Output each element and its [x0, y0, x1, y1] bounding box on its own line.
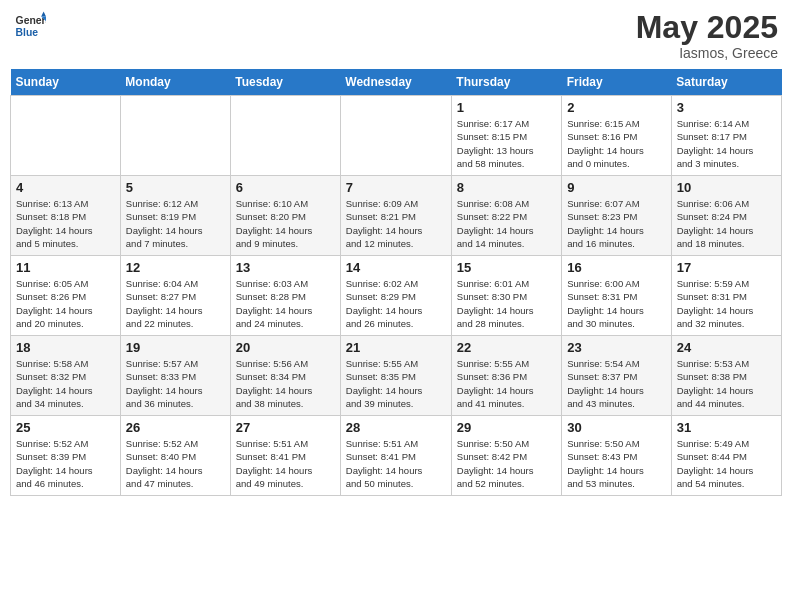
calendar-cell: 6Sunrise: 6:10 AM Sunset: 8:20 PM Daylig… — [230, 176, 340, 256]
day-number: 3 — [677, 100, 776, 115]
day-info: Sunrise: 5:57 AM Sunset: 8:33 PM Dayligh… — [126, 357, 225, 410]
day-number: 21 — [346, 340, 446, 355]
day-info: Sunrise: 6:14 AM Sunset: 8:17 PM Dayligh… — [677, 117, 776, 170]
svg-marker-2 — [41, 12, 46, 17]
calendar-cell: 17Sunrise: 5:59 AM Sunset: 8:31 PM Dayli… — [671, 256, 781, 336]
day-number: 4 — [16, 180, 115, 195]
day-info: Sunrise: 5:50 AM Sunset: 8:43 PM Dayligh… — [567, 437, 666, 490]
month-title: May 2025 — [636, 10, 778, 45]
logo: General Blue — [14, 10, 46, 42]
day-number: 9 — [567, 180, 666, 195]
day-info: Sunrise: 6:15 AM Sunset: 8:16 PM Dayligh… — [567, 117, 666, 170]
calendar-cell: 21Sunrise: 5:55 AM Sunset: 8:35 PM Dayli… — [340, 336, 451, 416]
day-number: 29 — [457, 420, 556, 435]
calendar-cell: 30Sunrise: 5:50 AM Sunset: 8:43 PM Dayli… — [562, 416, 672, 496]
day-number: 10 — [677, 180, 776, 195]
day-info: Sunrise: 5:55 AM Sunset: 8:35 PM Dayligh… — [346, 357, 446, 410]
day-number: 16 — [567, 260, 666, 275]
calendar-table: SundayMondayTuesdayWednesdayThursdayFrid… — [10, 69, 782, 496]
calendar-cell: 31Sunrise: 5:49 AM Sunset: 8:44 PM Dayli… — [671, 416, 781, 496]
day-info: Sunrise: 6:07 AM Sunset: 8:23 PM Dayligh… — [567, 197, 666, 250]
day-number: 8 — [457, 180, 556, 195]
day-info: Sunrise: 6:09 AM Sunset: 8:21 PM Dayligh… — [346, 197, 446, 250]
calendar-week-1: 1Sunrise: 6:17 AM Sunset: 8:15 PM Daylig… — [11, 96, 782, 176]
svg-text:General: General — [16, 15, 46, 26]
calendar-header: SundayMondayTuesdayWednesdayThursdayFrid… — [11, 69, 782, 96]
day-number: 26 — [126, 420, 225, 435]
day-number: 5 — [126, 180, 225, 195]
calendar-cell: 5Sunrise: 6:12 AM Sunset: 8:19 PM Daylig… — [120, 176, 230, 256]
weekday-header-monday: Monday — [120, 69, 230, 96]
calendar-cell: 12Sunrise: 6:04 AM Sunset: 8:27 PM Dayli… — [120, 256, 230, 336]
logo-icon: General Blue — [14, 10, 46, 42]
day-number: 30 — [567, 420, 666, 435]
day-info: Sunrise: 6:12 AM Sunset: 8:19 PM Dayligh… — [126, 197, 225, 250]
calendar-cell: 3Sunrise: 6:14 AM Sunset: 8:17 PM Daylig… — [671, 96, 781, 176]
calendar-cell: 25Sunrise: 5:52 AM Sunset: 8:39 PM Dayli… — [11, 416, 121, 496]
calendar-week-5: 25Sunrise: 5:52 AM Sunset: 8:39 PM Dayli… — [11, 416, 782, 496]
day-number: 20 — [236, 340, 335, 355]
calendar-cell: 20Sunrise: 5:56 AM Sunset: 8:34 PM Dayli… — [230, 336, 340, 416]
weekday-header-thursday: Thursday — [451, 69, 561, 96]
day-info: Sunrise: 6:17 AM Sunset: 8:15 PM Dayligh… — [457, 117, 556, 170]
calendar-cell: 29Sunrise: 5:50 AM Sunset: 8:42 PM Dayli… — [451, 416, 561, 496]
day-number: 17 — [677, 260, 776, 275]
calendar-cell: 22Sunrise: 5:55 AM Sunset: 8:36 PM Dayli… — [451, 336, 561, 416]
day-number: 12 — [126, 260, 225, 275]
day-info: Sunrise: 6:08 AM Sunset: 8:22 PM Dayligh… — [457, 197, 556, 250]
day-number: 1 — [457, 100, 556, 115]
calendar-cell: 16Sunrise: 6:00 AM Sunset: 8:31 PM Dayli… — [562, 256, 672, 336]
day-info: Sunrise: 5:52 AM Sunset: 8:40 PM Dayligh… — [126, 437, 225, 490]
day-info: Sunrise: 5:51 AM Sunset: 8:41 PM Dayligh… — [236, 437, 335, 490]
day-number: 15 — [457, 260, 556, 275]
calendar-cell: 15Sunrise: 6:01 AM Sunset: 8:30 PM Dayli… — [451, 256, 561, 336]
calendar-cell: 18Sunrise: 5:58 AM Sunset: 8:32 PM Dayli… — [11, 336, 121, 416]
calendar-body: 1Sunrise: 6:17 AM Sunset: 8:15 PM Daylig… — [11, 96, 782, 496]
calendar-cell: 26Sunrise: 5:52 AM Sunset: 8:40 PM Dayli… — [120, 416, 230, 496]
title-block: May 2025 Iasmos, Greece — [636, 10, 778, 61]
weekday-header-wednesday: Wednesday — [340, 69, 451, 96]
calendar-cell: 9Sunrise: 6:07 AM Sunset: 8:23 PM Daylig… — [562, 176, 672, 256]
calendar-week-2: 4Sunrise: 6:13 AM Sunset: 8:18 PM Daylig… — [11, 176, 782, 256]
calendar-cell: 28Sunrise: 5:51 AM Sunset: 8:41 PM Dayli… — [340, 416, 451, 496]
calendar-cell — [120, 96, 230, 176]
day-info: Sunrise: 6:13 AM Sunset: 8:18 PM Dayligh… — [16, 197, 115, 250]
page-header: General Blue May 2025 Iasmos, Greece — [10, 10, 782, 61]
calendar-cell: 14Sunrise: 6:02 AM Sunset: 8:29 PM Dayli… — [340, 256, 451, 336]
calendar-cell: 23Sunrise: 5:54 AM Sunset: 8:37 PM Dayli… — [562, 336, 672, 416]
calendar-cell — [230, 96, 340, 176]
day-number: 6 — [236, 180, 335, 195]
day-number: 7 — [346, 180, 446, 195]
day-number: 2 — [567, 100, 666, 115]
day-number: 27 — [236, 420, 335, 435]
day-info: Sunrise: 6:10 AM Sunset: 8:20 PM Dayligh… — [236, 197, 335, 250]
calendar-cell: 27Sunrise: 5:51 AM Sunset: 8:41 PM Dayli… — [230, 416, 340, 496]
day-info: Sunrise: 6:04 AM Sunset: 8:27 PM Dayligh… — [126, 277, 225, 330]
day-info: Sunrise: 5:59 AM Sunset: 8:31 PM Dayligh… — [677, 277, 776, 330]
day-number: 31 — [677, 420, 776, 435]
calendar-week-4: 18Sunrise: 5:58 AM Sunset: 8:32 PM Dayli… — [11, 336, 782, 416]
day-number: 24 — [677, 340, 776, 355]
calendar-cell: 1Sunrise: 6:17 AM Sunset: 8:15 PM Daylig… — [451, 96, 561, 176]
calendar-cell — [11, 96, 121, 176]
calendar-cell: 8Sunrise: 6:08 AM Sunset: 8:22 PM Daylig… — [451, 176, 561, 256]
day-number: 18 — [16, 340, 115, 355]
day-number: 19 — [126, 340, 225, 355]
day-number: 23 — [567, 340, 666, 355]
day-number: 25 — [16, 420, 115, 435]
day-info: Sunrise: 5:51 AM Sunset: 8:41 PM Dayligh… — [346, 437, 446, 490]
day-number: 22 — [457, 340, 556, 355]
day-number: 13 — [236, 260, 335, 275]
calendar-cell: 10Sunrise: 6:06 AM Sunset: 8:24 PM Dayli… — [671, 176, 781, 256]
weekday-header-tuesday: Tuesday — [230, 69, 340, 96]
calendar-cell: 13Sunrise: 6:03 AM Sunset: 8:28 PM Dayli… — [230, 256, 340, 336]
day-info: Sunrise: 5:49 AM Sunset: 8:44 PM Dayligh… — [677, 437, 776, 490]
day-info: Sunrise: 6:01 AM Sunset: 8:30 PM Dayligh… — [457, 277, 556, 330]
day-info: Sunrise: 5:55 AM Sunset: 8:36 PM Dayligh… — [457, 357, 556, 410]
day-info: Sunrise: 5:58 AM Sunset: 8:32 PM Dayligh… — [16, 357, 115, 410]
svg-text:Blue: Blue — [16, 27, 39, 38]
day-info: Sunrise: 6:00 AM Sunset: 8:31 PM Dayligh… — [567, 277, 666, 330]
location: Iasmos, Greece — [636, 45, 778, 61]
calendar-cell: 11Sunrise: 6:05 AM Sunset: 8:26 PM Dayli… — [11, 256, 121, 336]
weekday-header-sunday: Sunday — [11, 69, 121, 96]
